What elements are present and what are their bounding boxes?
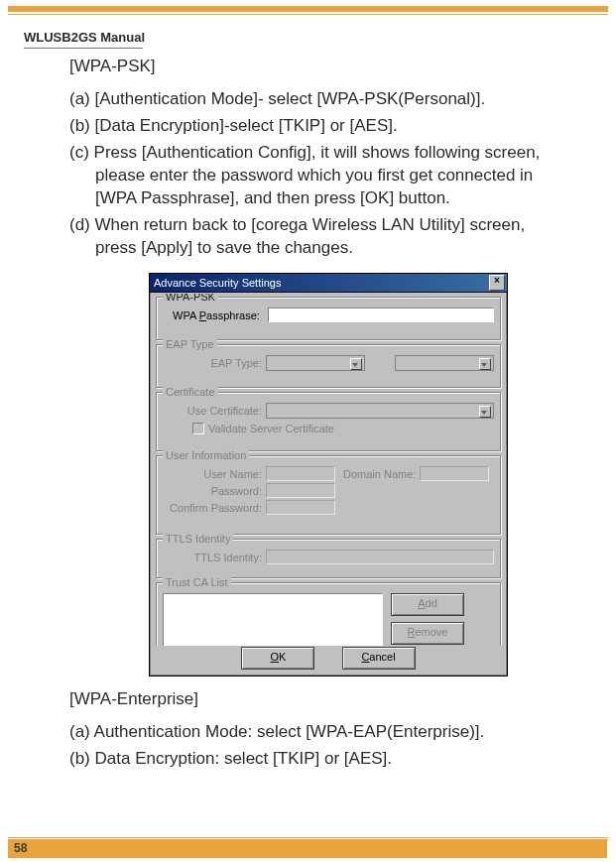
group-user-info-legend: User Information	[163, 449, 249, 461]
titlebar[interactable]: Advance Security Settings ×	[150, 274, 507, 293]
validate-server-label: Validate Server Certificate	[208, 423, 334, 434]
group-ttls: TTLS Identity TTLS Identity:	[156, 539, 501, 578]
ttls-identity-label: TTLS Identity:	[163, 552, 262, 563]
group-wpa-psk: WPA-PSK WPA Passphrase:	[156, 297, 501, 340]
manual-page: WLUSB2GS Manual [WPA-PSK] (a) [Authentic…	[0, 0, 616, 862]
group-trust-ca-legend: Trust CA List	[163, 576, 231, 588]
dialog-footer: OK Cancel	[150, 647, 507, 670]
password-input[interactable]	[266, 483, 335, 498]
wpa-psk-steps: (a) [Authentication Mode]- select [WPA-P…	[69, 88, 565, 260]
ttls-identity-input[interactable]	[266, 550, 494, 564]
group-ttls-legend: TTLS Identity	[163, 533, 233, 545]
close-icon[interactable]: ×	[489, 275, 505, 291]
use-certificate-dropdown[interactable]	[266, 403, 494, 419]
wpa-enterprise-steps: (a) Authentication Mode: select [WPA-EAP…	[69, 721, 565, 771]
group-eap-type-legend: EAP Type	[163, 338, 217, 350]
manual-title: WLUSB2GS Manual	[24, 30, 145, 45]
screenshot-dialog: Advance Security Settings × WPA-PSK WPA …	[149, 273, 506, 675]
validate-server-checkbox[interactable]	[192, 423, 204, 434]
wpa-passphrase-input[interactable]	[268, 308, 494, 322]
use-certificate-label: Use Certificate:	[163, 405, 262, 417]
domain-name-input[interactable]	[420, 466, 489, 481]
step-c: (c) Press [Authentication Conﬁg], it wil…	[69, 142, 565, 210]
enterprise-step-b: (b) Data Encryption: select [TKIP] or [A…	[69, 748, 565, 771]
domain-name-label: Domain Name:	[343, 468, 416, 480]
group-trust-ca: Trust CA List Add Remove	[156, 582, 501, 646]
body-section-2: [WPA-Enterprise] (a) Authentication Mode…	[69, 688, 565, 779]
dialog-title: Advance Security Settings	[154, 274, 281, 292]
ok-button[interactable]: OK	[241, 647, 314, 670]
eap-type-label: EAP Type:	[163, 357, 262, 369]
step-b: (b) [Data Encryption]-select [TKIP] or […	[69, 115, 565, 138]
group-certificate-legend: Certificate	[163, 386, 218, 398]
group-eap-type: EAP Type EAP Type:	[156, 344, 501, 388]
password-label: Password:	[163, 485, 262, 497]
page-number: 58	[14, 841, 27, 855]
page-number-bar: 58	[8, 840, 607, 858]
wpa-passphrase-label: WPA Passphrase:	[163, 309, 264, 321]
confirm-password-input[interactable]	[266, 500, 335, 515]
bottom-rule	[8, 837, 608, 838]
group-certificate: Certificate Use Certificate: Validate Se…	[156, 392, 501, 451]
body-section-1: [WPA-PSK] (a) [Authentication Mode]- sel…	[69, 56, 565, 268]
add-button[interactable]: Add	[391, 593, 464, 616]
enterprise-step-a: (a) Authentication Mode: select [WPA-EAP…	[69, 721, 565, 744]
eap-type-dropdown-2[interactable]	[395, 355, 494, 371]
dialog-window: Advance Security Settings × WPA-PSK WPA …	[149, 273, 508, 677]
confirm-password-label: Confirm Password:	[163, 502, 262, 514]
user-name-input[interactable]	[266, 466, 335, 481]
wpa-psk-heading: [WPA-PSK]	[69, 56, 565, 78]
dialog-body: WPA-PSK WPA Passphrase: EAP Type EAP Typ…	[154, 294, 503, 646]
trust-ca-listbox[interactable]	[163, 593, 383, 646]
eap-type-dropdown-1[interactable]	[266, 355, 365, 371]
cancel-button[interactable]: Cancel	[342, 647, 416, 670]
wpa-enterprise-heading: [WPA-Enterprise]	[69, 688, 565, 711]
group-wpa-psk-legend: WPA-PSK	[163, 294, 218, 303]
user-name-label: User Name:	[163, 468, 262, 480]
step-a: (a) [Authentication Mode]- select [WPA-P…	[69, 88, 565, 111]
top-rule	[8, 6, 608, 12]
step-d: (d) When return back to [corega Wireless…	[69, 214, 565, 260]
remove-button[interactable]: Remove	[391, 622, 464, 645]
group-user-info: User Information User Name: Domain Name:…	[156, 455, 501, 535]
